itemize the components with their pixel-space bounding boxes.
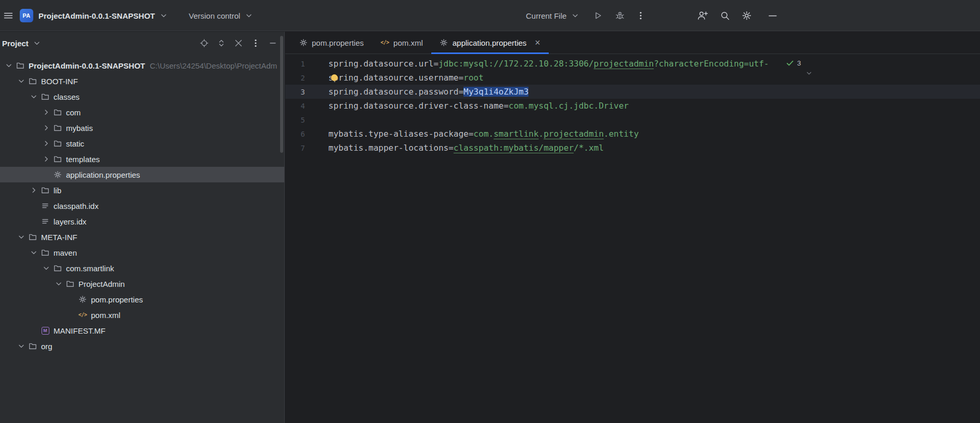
code-segment-op: =	[448, 143, 454, 153]
hide-panel-icon[interactable]	[269, 39, 277, 47]
collapse-all-icon[interactable]	[234, 39, 243, 47]
debug-button[interactable]	[615, 10, 625, 21]
tab-pom-xml[interactable]: </>pom.xml	[372, 32, 431, 54]
editor-code[interactable]: 3 1spring.datasource.url=jdbc:mysql://17…	[285, 55, 980, 423]
chevron-right-icon[interactable]	[41, 124, 52, 132]
project-logo[interactable]: PA	[20, 9, 33, 22]
run-button[interactable]	[593, 10, 603, 21]
tree-item-manifest-mf[interactable]: MMANIFEST.MF	[0, 323, 284, 338]
tree-item-static[interactable]: static	[0, 136, 284, 151]
tree-item-mybatis[interactable]: mybatis	[0, 120, 284, 136]
tab-pom-properties[interactable]: pom.properties	[290, 32, 372, 54]
locate-file-icon[interactable]	[200, 39, 208, 47]
tree-item-label: ProjectAdmin-0.0.1-SNAPSHOT	[29, 61, 145, 70]
code-segment-op: =	[458, 73, 463, 83]
settings-gear-icon[interactable]	[741, 10, 752, 21]
tree-item-classpath-idx[interactable]: classpath.idx	[0, 198, 284, 214]
chevron-down-icon	[157, 9, 170, 22]
xml-icon: </>	[77, 312, 88, 318]
tab-application-properties[interactable]: application.properties×	[431, 32, 549, 54]
tree-item-application-properties[interactable]: application.properties	[0, 167, 284, 182]
folder-icon	[52, 139, 63, 148]
inspections-count: 3	[797, 59, 801, 67]
tree-item-projectadmin-0-0-1-snapshot[interactable]: ProjectAdmin-0.0.1-SNAPSHOTC:\Users\2425…	[0, 58, 284, 73]
chevron-down-icon[interactable]	[16, 233, 27, 241]
more-actions-icon[interactable]	[637, 10, 645, 21]
chevron-down-icon	[31, 37, 43, 49]
chevron-down-icon[interactable]	[41, 264, 52, 272]
tree-item-meta-inf[interactable]: META-INF	[0, 229, 284, 245]
tab-label: pom.xml	[393, 38, 423, 47]
titlebar: PA ProjectAdmin-0.0.1-SNAPSHOT Version c…	[0, 0, 980, 31]
code-text: mybatis.type-aliases-package=com.smartli…	[328, 129, 639, 139]
code-segment-key: mybatis.type-aliases-package	[328, 129, 469, 139]
expand-selection-icon[interactable]	[217, 39, 226, 47]
code-line-4[interactable]: 4spring.datasource.driver-class-name=com…	[285, 99, 980, 113]
code-line-7[interactable]: 7mybatis.mapper-locations=classpath:myba…	[285, 141, 980, 155]
folder-icon	[27, 77, 38, 85]
tree-item-com[interactable]: com	[0, 104, 284, 120]
folder-icon	[64, 280, 76, 288]
tree-item-label: lib	[54, 186, 61, 195]
search-everywhere-icon[interactable]	[720, 10, 730, 21]
chevron-down-icon[interactable]	[3, 61, 15, 70]
tree-item-label: maven	[54, 248, 77, 257]
main-menu-icon[interactable]	[2, 9, 15, 22]
line-number: 1	[285, 60, 305, 68]
tree-item-templates[interactable]: templates	[0, 151, 284, 167]
code-line-6[interactable]: 6mybatis.type-aliases-package=com.smartl…	[285, 127, 980, 141]
code-segment-value: com.	[473, 129, 494, 139]
intention-bulb-icon[interactable]	[331, 74, 338, 81]
tab-label: application.properties	[453, 38, 527, 47]
panel-options-icon[interactable]	[251, 38, 260, 48]
line-number: 3	[285, 88, 305, 96]
chevron-down-icon[interactable]	[16, 77, 27, 85]
editor-area: pom.properties</>pom.xmlapplication.prop…	[285, 32, 980, 423]
inspections-widget[interactable]: 3	[786, 59, 801, 68]
tree-item-label: com.smartlink	[66, 264, 114, 273]
tree-item-maven[interactable]: maven	[0, 245, 284, 260]
chevron-down-icon[interactable]	[53, 280, 64, 288]
code-line-5[interactable]: 5	[285, 113, 980, 127]
code-text: mybatis.mapper-locations=classpath:mybat…	[328, 143, 604, 153]
chevron-right-icon[interactable]	[41, 139, 52, 148]
tree-item-pom-properties[interactable]: pom.properties	[0, 292, 284, 307]
chevron-right-icon[interactable]	[41, 155, 52, 163]
tree-item-org[interactable]: org	[0, 338, 284, 354]
line-number: 5	[285, 116, 305, 124]
run-configuration-selector[interactable]: Current File	[526, 9, 581, 22]
tree-item-lib[interactable]: lib	[0, 182, 284, 198]
code-segment-key: spring.datasource.url	[328, 59, 433, 69]
chevron-down-icon[interactable]	[805, 70, 813, 77]
chevron-down-icon[interactable]	[28, 248, 39, 257]
code-with-me-icon[interactable]	[697, 10, 708, 21]
tree-item-projectadmin[interactable]: ProjectAdmin	[0, 276, 284, 292]
window-minimize-button[interactable]	[767, 10, 778, 21]
tree-item-layers-idx[interactable]: layers.idx	[0, 214, 284, 229]
folder-icon	[52, 155, 63, 163]
folder-icon	[52, 124, 63, 132]
code-segment-value: .entity	[604, 129, 639, 139]
tree-item-classes[interactable]: classes	[0, 89, 284, 104]
code-segment-op: =	[504, 101, 509, 111]
line-number: 7	[285, 144, 305, 152]
code-line-1[interactable]: 1spring.datasource.url=jdbc:mysql://172.…	[285, 57, 980, 71]
scrollbar-thumb[interactable]	[280, 36, 283, 153]
chevron-down-icon[interactable]	[16, 342, 27, 350]
chevron-down-icon[interactable]	[28, 92, 39, 101]
textfile-icon	[39, 217, 51, 226]
chevron-right-icon[interactable]	[28, 186, 39, 194]
tree-item-boot-inf[interactable]: BOOT-INF	[0, 73, 284, 89]
tree-item-pom-xml[interactable]: </>pom.xml	[0, 307, 284, 323]
project-view-selector[interactable]: Project	[2, 37, 43, 49]
properties-file-icon	[299, 38, 308, 47]
vcs-selector[interactable]: Version control	[189, 9, 255, 22]
chevron-right-icon[interactable]	[41, 108, 52, 116]
code-line-2[interactable]: 2spring.datasource.username=root	[285, 71, 980, 85]
project-selector[interactable]: ProjectAdmin-0.0.1-SNAPSHOT	[38, 9, 170, 22]
properties-icon	[52, 170, 63, 179]
code-line-3[interactable]: 3spring.datasource.password=My3q1i4oZkJm…	[285, 85, 980, 99]
tree-item-com-smartlink[interactable]: com.smartlink	[0, 260, 284, 276]
tree-item-label: static	[66, 139, 84, 148]
close-tab-icon[interactable]: ×	[535, 38, 540, 47]
